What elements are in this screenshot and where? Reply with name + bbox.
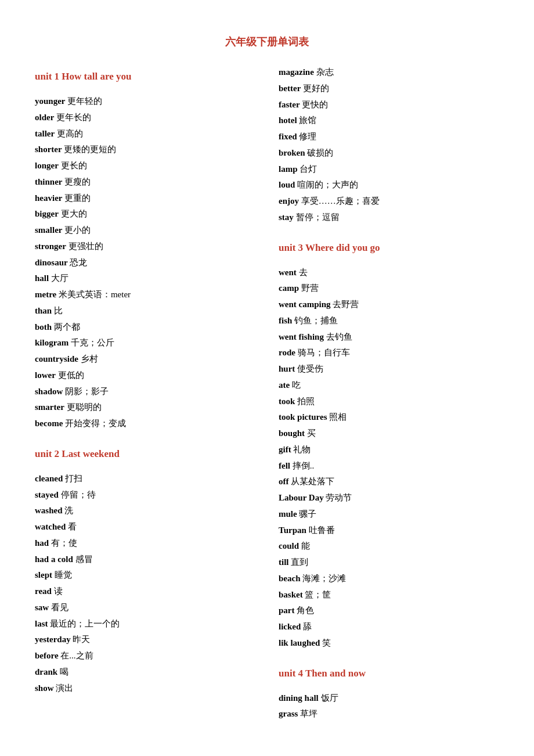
word-en: slept <box>35 570 52 579</box>
word-en: than <box>35 306 52 315</box>
word-en: Labour Day <box>279 493 324 502</box>
word-en: last <box>35 619 48 628</box>
word-zh: 更高的 <box>57 129 83 138</box>
word-zh: 看见 <box>51 603 68 612</box>
word-zh: 两个都 <box>54 322 80 332</box>
word-en: gift <box>279 445 291 454</box>
word-zh: 买 <box>307 429 316 438</box>
word-zh: 使受伤 <box>297 364 323 373</box>
word-en: loud <box>279 180 295 189</box>
word-en: shorter <box>35 145 62 154</box>
word-en: shadow <box>35 387 63 396</box>
list-item: magazine 杂志 <box>279 65 499 80</box>
word-en: had a cold <box>35 555 73 564</box>
word-en: magazine <box>279 67 314 77</box>
list-item: fish 钓鱼；捕鱼 <box>279 314 499 328</box>
list-item: went camping 去野营 <box>279 297 499 312</box>
word-zh: 最近的；上一个的 <box>50 619 120 628</box>
word-zh: 睡觉 <box>55 570 72 579</box>
word-en: stronger <box>35 242 66 251</box>
list-item: could 能 <box>279 539 499 553</box>
word-zh: 阴影；影子 <box>65 387 109 396</box>
word-zh: 直到 <box>291 557 308 567</box>
list-item: lamp 台灯 <box>279 162 499 177</box>
word-en: ate <box>279 380 290 390</box>
word-zh: 米美式英语：meter <box>59 290 131 299</box>
unit1-wordlist: younger 更年轻的older 更年长的taller 更高的shorter … <box>35 94 255 431</box>
word-zh: 更强壮的 <box>68 242 103 251</box>
word-zh: 钓鱼；捕鱼 <box>294 316 338 325</box>
list-item: camp 野营 <box>279 281 499 296</box>
list-item: took pictures 照相 <box>279 410 499 424</box>
word-en: off <box>279 477 289 486</box>
word-en: took <box>279 397 295 406</box>
word-en: lik laughed <box>279 638 320 647</box>
word-zh: 劳动节 <box>326 493 352 502</box>
word-zh: 饭厅 <box>321 693 338 703</box>
list-item: longer 更长的 <box>35 159 255 173</box>
list-item: smaller 更小的 <box>35 223 255 237</box>
list-item: till 直到 <box>279 555 499 570</box>
word-en: hall <box>35 273 49 283</box>
word-en: both <box>35 322 52 332</box>
word-en: watched <box>35 522 66 531</box>
word-en: thinner <box>35 177 63 186</box>
word-zh: 旅馆 <box>299 116 316 125</box>
word-zh: 礼物 <box>293 445 311 454</box>
list-item: had a cold 感冒 <box>35 552 255 567</box>
word-en: older <box>35 113 54 122</box>
word-zh: 更矮的更短的 <box>64 145 116 154</box>
list-item: licked 舔 <box>279 620 499 634</box>
list-item: than 比 <box>35 304 255 318</box>
word-zh: 海滩；沙滩 <box>302 574 346 583</box>
list-item: mule 骡子 <box>279 507 499 521</box>
list-item: bigger 更大的 <box>35 207 255 221</box>
word-zh: 笑 <box>322 638 331 647</box>
word-zh: 骡子 <box>299 509 316 519</box>
list-item: dining hall 饭厅 <box>279 691 499 705</box>
list-item: older 更年长的 <box>35 110 255 125</box>
unit2-wordlist: cleaned 打扫stayed 停留；待washed 洗watched 看ha… <box>35 471 255 696</box>
unit2-title: unit 2 Last weekend <box>35 448 255 460</box>
word-en: hotel <box>279 116 297 125</box>
list-item: shorter 更矮的更短的 <box>35 142 255 157</box>
word-en: Turpan <box>279 525 306 535</box>
word-zh: 杂志 <box>316 67 334 77</box>
word-zh: 篮；筐 <box>305 590 331 599</box>
list-item: washed 洗 <box>35 503 255 518</box>
word-en: part <box>279 606 295 615</box>
word-zh: 去钓鱼 <box>326 332 352 341</box>
word-en: camp <box>279 283 299 293</box>
word-zh: 演出 <box>56 683 73 693</box>
list-item: smarter 更聪明的 <box>35 400 255 415</box>
word-zh: 比 <box>54 306 63 315</box>
list-item: off 从某处落下 <box>279 474 499 489</box>
unit3-title: unit 3 Where did you go <box>279 242 499 254</box>
list-item: saw 看见 <box>35 600 255 615</box>
word-zh: 去野营 <box>333 300 359 309</box>
word-zh: 野营 <box>301 283 319 293</box>
word-en: lower <box>35 370 56 380</box>
word-zh: 洗 <box>64 506 73 515</box>
word-zh: 摔倒.. <box>293 461 315 470</box>
word-zh: 破损的 <box>307 148 333 157</box>
list-item: read 读 <box>35 584 255 599</box>
list-item: hotel 旅馆 <box>279 113 499 128</box>
word-zh: 更大的 <box>61 209 87 218</box>
word-en: stayed <box>35 490 59 499</box>
word-zh: 大厅 <box>51 273 68 283</box>
word-en: better <box>279 84 301 93</box>
word-en: taller <box>35 129 55 138</box>
word-en: went camping <box>279 300 331 309</box>
list-item: stayed 停留；待 <box>35 488 255 502</box>
page-title: 六年级下册单词表 <box>35 35 499 49</box>
word-zh: 打扫 <box>65 474 82 483</box>
word-zh: 骑马；自行车 <box>298 348 350 357</box>
right-column: magazine 杂志better 更好的faster 更快的hotel 旅馆f… <box>267 65 499 737</box>
list-item: stay 暂停；逗留 <box>279 210 499 225</box>
unit4-wordlist: dining hall 饭厅grass 草坪 <box>279 691 499 722</box>
word-zh: 暂停；逗留 <box>296 213 340 222</box>
list-item: bought 买 <box>279 426 499 441</box>
word-zh: 修理 <box>299 132 316 141</box>
list-item: last 最近的；上一个的 <box>35 617 255 631</box>
